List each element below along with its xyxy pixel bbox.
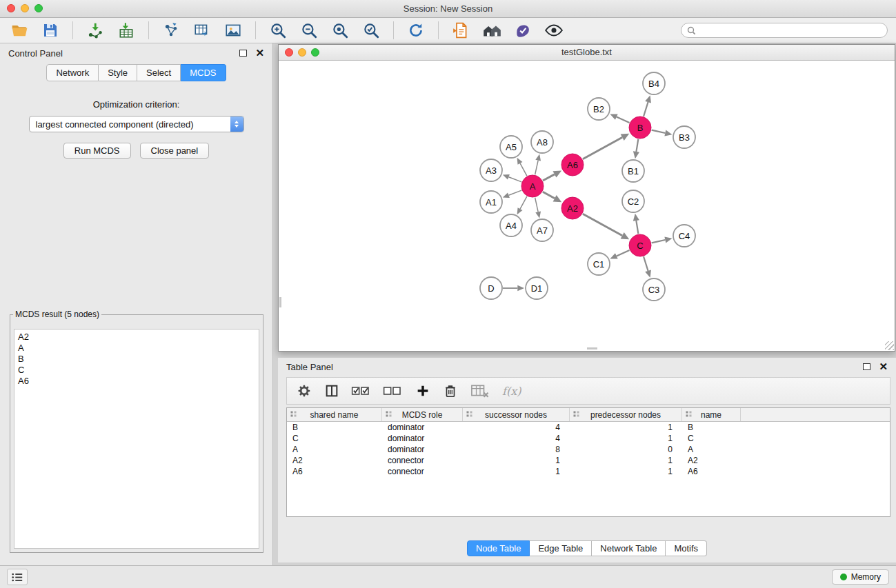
- maximize-window-button[interactable]: [34, 4, 43, 12]
- task-history-button[interactable]: [7, 569, 28, 585]
- mcds-result-item[interactable]: A6: [18, 376, 255, 387]
- canvas-horizontal-scroll-thumb[interactable]: [587, 347, 597, 349]
- close-panel-button[interactable]: Close panel: [140, 143, 210, 159]
- function-builder-button[interactable]: f(x): [499, 385, 524, 398]
- mcds-result-list[interactable]: A2ABCA6: [14, 329, 259, 549]
- delete-columns-button[interactable]: [440, 381, 461, 401]
- edge-B-B3[interactable]: [652, 130, 666, 133]
- search-input[interactable]: [681, 23, 888, 38]
- show-hide-details-button[interactable]: [541, 20, 566, 41]
- network-close-button[interactable]: [285, 48, 293, 57]
- canvas-vertical-scroll-thumb[interactable]: [279, 297, 281, 307]
- network-node-D[interactable]: D: [480, 277, 502, 299]
- tab-node-table[interactable]: Node Table: [467, 540, 530, 556]
- network-node-B2[interactable]: B2: [588, 98, 610, 120]
- ndex-home-button[interactable]: [479, 20, 504, 41]
- select-all-columns-button[interactable]: [349, 381, 374, 401]
- edge-A-A4[interactable]: [520, 196, 527, 209]
- table-row[interactable]: Bdominator41B: [287, 422, 890, 433]
- zoom-selected-button[interactable]: [359, 20, 384, 41]
- column-header-name[interactable]: name: [682, 408, 741, 421]
- tab-motifs[interactable]: Motifs: [666, 540, 707, 556]
- network-node-C4[interactable]: C4: [673, 225, 695, 247]
- edge-A-A8[interactable]: [535, 161, 539, 175]
- zoom-out-button[interactable]: [297, 20, 321, 41]
- network-node-B4[interactable]: B4: [643, 72, 665, 94]
- edge-C-C4[interactable]: [652, 240, 666, 243]
- table-row[interactable]: A6connector11A6: [287, 466, 890, 477]
- mcds-result-item[interactable]: B: [18, 354, 255, 365]
- minimize-window-button[interactable]: [21, 4, 29, 12]
- edge-A-A5[interactable]: [520, 163, 527, 176]
- network-minimize-button[interactable]: [298, 48, 306, 57]
- mcds-result-item[interactable]: A2: [18, 332, 255, 343]
- mcds-result-item[interactable]: A: [18, 343, 255, 354]
- delete-table-button[interactable]: [468, 381, 492, 401]
- export-document-button[interactable]: [448, 20, 473, 41]
- table-settings-button[interactable]: [294, 381, 315, 401]
- float-panel-icon[interactable]: [239, 50, 247, 57]
- edge-C-C2[interactable]: [636, 221, 638, 234]
- column-header-successor-nodes[interactable]: successor nodes: [463, 408, 570, 421]
- network-maximize-button[interactable]: [311, 48, 319, 57]
- network-node-C2[interactable]: C2: [622, 190, 644, 212]
- float-table-panel-icon[interactable]: [863, 363, 870, 370]
- network-node-A5[interactable]: A5: [500, 136, 522, 158]
- edge-A6-B[interactable]: [583, 137, 622, 159]
- open-session-button[interactable]: [7, 20, 32, 41]
- network-node-A7[interactable]: A7: [531, 219, 553, 241]
- edge-A2-C[interactable]: [583, 214, 622, 236]
- export-image-button[interactable]: [221, 20, 246, 41]
- run-mcds-button[interactable]: Run MCDS: [63, 143, 131, 159]
- edge-B-B2[interactable]: [617, 117, 630, 123]
- network-node-B[interactable]: B: [629, 116, 651, 139]
- network-node-C1[interactable]: C1: [588, 253, 610, 275]
- export-network-button[interactable]: [159, 20, 183, 41]
- network-node-B1[interactable]: B1: [622, 160, 644, 182]
- column-header-mcds-role[interactable]: MCDS role: [382, 408, 463, 421]
- close-window-button[interactable]: [7, 4, 15, 12]
- table-row[interactable]: Adominator80A: [287, 444, 890, 455]
- apply-layout-button[interactable]: [404, 20, 428, 41]
- import-network-button[interactable]: [83, 20, 108, 41]
- edge-A-A3[interactable]: [508, 177, 521, 182]
- close-table-panel-icon[interactable]: ✕: [879, 363, 888, 371]
- tab-mcds[interactable]: MCDS: [181, 64, 226, 81]
- table-row[interactable]: A2connector11A2: [287, 455, 890, 466]
- edge-A-A2[interactable]: [543, 192, 555, 199]
- network-window-titlebar[interactable]: testGlobe.txt: [279, 45, 895, 61]
- create-column-button[interactable]: [412, 381, 433, 401]
- edge-C-C3[interactable]: [644, 256, 648, 271]
- network-node-C3[interactable]: C3: [643, 278, 665, 301]
- network-node-A2[interactable]: A2: [561, 197, 584, 219]
- tab-style[interactable]: Style: [99, 64, 137, 81]
- memory-button[interactable]: Memory: [832, 569, 889, 585]
- tab-network-table[interactable]: Network Table: [592, 540, 666, 556]
- network-node-A6[interactable]: A6: [561, 154, 584, 176]
- edge-A-A6[interactable]: [543, 174, 555, 181]
- zoom-fit-button[interactable]: [328, 20, 352, 41]
- edge-C-C1[interactable]: [617, 250, 630, 256]
- save-session-button[interactable]: [38, 20, 63, 41]
- network-node-A1[interactable]: A1: [480, 191, 502, 213]
- network-node-B3[interactable]: B3: [673, 126, 695, 148]
- edge-B-B4[interactable]: [644, 102, 648, 116]
- edge-A-A7[interactable]: [535, 198, 539, 212]
- network-canvas[interactable]: B4B2BB3A8A5A6A3B1AA1C2A2A4A7C4CC1C3DD1: [279, 61, 895, 351]
- network-node-A8[interactable]: A8: [531, 131, 553, 153]
- optimization-criterion-select[interactable]: largest connected component (directed): [29, 116, 244, 132]
- edge-A-A1[interactable]: [508, 190, 521, 195]
- column-visibility-button[interactable]: [321, 381, 342, 401]
- tab-network[interactable]: Network: [46, 64, 99, 81]
- column-header-predecessor-nodes[interactable]: predecessor nodes: [570, 408, 682, 421]
- tab-edge-table[interactable]: Edge Table: [530, 540, 592, 556]
- network-node-A[interactable]: A: [521, 175, 544, 197]
- wizard-button[interactable]: [510, 20, 535, 41]
- deselect-all-columns-button[interactable]: [381, 381, 406, 401]
- window-resize-grip[interactable]: [885, 341, 894, 350]
- network-node-C[interactable]: C: [629, 234, 651, 256]
- export-table-button[interactable]: [190, 20, 215, 41]
- network-node-A4[interactable]: A4: [500, 214, 522, 236]
- import-table-button[interactable]: [114, 20, 139, 41]
- edge-B-B1[interactable]: [636, 139, 638, 152]
